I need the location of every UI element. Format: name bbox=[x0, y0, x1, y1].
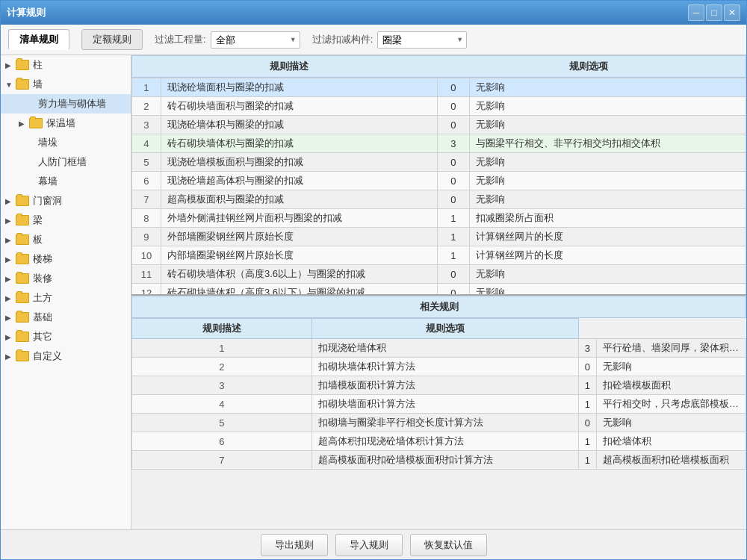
row-detail: 无影响 bbox=[470, 116, 746, 134]
rules-option-col-header: 规则选项 bbox=[439, 60, 739, 73]
export-button[interactable]: 导出规则 bbox=[261, 534, 328, 556]
folder-icon bbox=[16, 79, 29, 90]
sidebar-label: 柱 bbox=[33, 58, 126, 72]
rules-header: 规则描述 规则选项 bbox=[131, 55, 746, 78]
rules-table: 1 现浇砼墙面积与圈梁的扣减 0 无影响 2 砖石砌块墙面积与圈梁的扣减 0 无… bbox=[131, 78, 746, 294]
sidebar-item-zdy[interactable]: ▶ 自定义 bbox=[1, 346, 131, 366]
import-button[interactable]: 导入规则 bbox=[335, 534, 403, 556]
row-desc: 扣墙模板面积计算方法 bbox=[311, 376, 578, 395]
row-detail: 无影响 bbox=[470, 265, 746, 284]
arrow-icon: ▶ bbox=[5, 333, 14, 341]
row-option: 3 bbox=[578, 339, 596, 358]
row-option: 0 bbox=[437, 78, 469, 97]
row-detail: 平行相交时，只考虑底部模板与砖石砌块墙的扣减，侧… bbox=[596, 395, 746, 414]
row-detail: 无影响 bbox=[470, 172, 746, 190]
sidebar-item-mq[interactable]: 幕墙 bbox=[1, 172, 131, 191]
table-row[interactable]: 9 外部墙圈梁钢丝网片原始长度 1 计算钢丝网片的长度 bbox=[132, 228, 746, 246]
restore-button[interactable]: 恢复默认值 bbox=[410, 534, 487, 556]
row-num: 2 bbox=[132, 97, 161, 116]
sidebar-item-jc[interactable]: ▶ 基础 bbox=[1, 308, 131, 327]
sidebar-item-liang[interactable]: ▶ 梁 bbox=[1, 211, 131, 230]
tab-qingdan[interactable]: 清单规则 bbox=[8, 29, 69, 50]
table-row[interactable]: 7 超高模板面积与圈梁的扣减 0 无影响 bbox=[132, 190, 746, 209]
sidebar-label: 其它 bbox=[33, 330, 126, 343]
table-row[interactable]: 6 现浇砼墙超高体积与圈梁的扣减 0 无影响 bbox=[132, 172, 746, 190]
row-desc: 内部墙圈梁钢丝网片原始长度 bbox=[161, 246, 437, 265]
row-desc: 砖石砌块墙体积（高度3.6以下）与圈梁的扣减 bbox=[161, 284, 437, 295]
table-row[interactable]: 8 外墙外侧满挂钢丝网片面积与圈梁的扣减 1 扣减圈梁所占面积 bbox=[132, 209, 746, 228]
row-num: 6 bbox=[132, 432, 312, 451]
row-detail: 扣砼墙模板面积 bbox=[596, 376, 746, 395]
table-row[interactable]: 12 砖石砌块墙体积（高度3.6以下）与圈梁的扣减 0 无影响 bbox=[132, 284, 746, 295]
table-row[interactable]: 2 扣砌块墙体积计算方法 0 无影响 bbox=[132, 358, 746, 376]
sidebar-item-lt[interactable]: ▶ 楼梯 bbox=[1, 249, 131, 269]
sidebar-item-rfmkq[interactable]: 人防门框墙 bbox=[1, 152, 131, 172]
row-num: 5 bbox=[132, 414, 312, 432]
rules-desc-col-header: 规则描述 bbox=[140, 60, 439, 73]
arrow-icon: ▼ bbox=[5, 81, 14, 89]
row-desc: 超高模板面积与圈梁的扣减 bbox=[161, 190, 437, 209]
table-row[interactable]: 3 扣墙模板面积计算方法 1 扣砼墙模板面积 bbox=[132, 376, 746, 395]
sidebar-item-qiang[interactable]: ▼ 墙 bbox=[1, 75, 131, 94]
sidebar-item-jlq[interactable]: 剪力墙与砌体墙 bbox=[1, 94, 131, 113]
row-detail: 无影响 bbox=[470, 284, 746, 295]
row-option: 1 bbox=[578, 451, 596, 470]
sidebar-item-ban[interactable]: ▶ 板 bbox=[1, 230, 131, 249]
table-row[interactable]: 6 超高体积扣现浇砼墙体积计算方法 1 扣砼墙体积 bbox=[132, 432, 746, 451]
filter2-label: 过滤扣减构件: bbox=[312, 33, 374, 46]
row-option: 0 bbox=[437, 190, 469, 209]
row-desc: 现浇砼墙超高体积与圈梁的扣减 bbox=[161, 172, 437, 190]
row-detail: 无影响 bbox=[470, 78, 746, 97]
sidebar-item-zhu[interactable]: ▶ 柱 bbox=[1, 55, 131, 75]
folder-icon bbox=[16, 196, 29, 206]
filter2-select[interactable]: 圈梁 构造柱 过梁 柱 bbox=[377, 31, 467, 49]
row-desc: 扣砌块墙面积计算方法 bbox=[311, 395, 578, 414]
row-desc: 砖石砌块墙面积与圈梁的扣减 bbox=[161, 97, 437, 116]
table-row[interactable]: 2 砖石砌块墙面积与圈梁的扣减 0 无影响 bbox=[132, 97, 746, 116]
table-row[interactable]: 11 砖石砌块墙体积（高度3.6以上）与圈梁的扣减 0 无影响 bbox=[132, 265, 746, 284]
table-row[interactable]: 5 扣砌墙与圈梁非平行相交长度计算方法 0 无影响 bbox=[132, 414, 746, 432]
sidebar-item-tf[interactable]: ▶ 土方 bbox=[1, 288, 131, 308]
arrow-icon: ▶ bbox=[19, 119, 28, 128]
row-num: 4 bbox=[132, 395, 312, 414]
sidebar-label: 人防门框墙 bbox=[38, 155, 126, 169]
row-desc: 扣砌块墙体积计算方法 bbox=[311, 358, 578, 376]
table-row[interactable]: 10 内部墙圈梁钢丝网片原始长度 1 计算钢丝网片的长度 bbox=[132, 246, 746, 265]
row-option: 0 bbox=[578, 414, 596, 432]
minimize-button[interactable]: ─ bbox=[688, 4, 704, 21]
row-num: 7 bbox=[132, 190, 161, 209]
sidebar-item-zx[interactable]: ▶ 装修 bbox=[1, 269, 131, 288]
filter1-select-wrap: 全部 面积 体积 长度 bbox=[211, 31, 300, 49]
sidebar-item-bwq[interactable]: ▶ 保温墙 bbox=[1, 113, 131, 133]
table-row[interactable]: 4 扣砌块墙面积计算方法 1 平行相交时，只考虑底部模板与砖石砌块墙的扣减，侧… bbox=[132, 395, 746, 414]
arrow-icon: ▶ bbox=[5, 352, 14, 361]
bottom-bar: 导出规则 导入规则 恢复默认值 bbox=[1, 529, 746, 559]
sidebar-item-qc[interactable]: 墙垛 bbox=[1, 133, 131, 152]
row-num: 11 bbox=[132, 265, 161, 284]
sidebar-label: 土方 bbox=[33, 291, 126, 305]
table-row[interactable]: 5 现浇砼墙模板面积与圈梁的扣减 0 无影响 bbox=[132, 153, 746, 172]
row-option: 1 bbox=[578, 432, 596, 451]
row-desc: 砖石砌块墙体积与圈梁的扣减 bbox=[161, 134, 437, 153]
row-option: 0 bbox=[437, 97, 469, 116]
table-row[interactable]: 7 超高模板面积扣砼墙模板面积扣计算方法 1 超高模板面积扣砼墙模板面积 bbox=[132, 451, 746, 470]
row-detail: 扣砼墙体积 bbox=[596, 432, 746, 451]
folder-icon bbox=[16, 234, 29, 245]
table-row[interactable]: 1 扣现浇砼墙体积 3 平行砼墙、墙梁同厚，梁体积并入墙；不同厚，无影响… bbox=[132, 339, 746, 358]
row-desc: 砖石砌块墙体积（高度3.6以上）与圈梁的扣减 bbox=[161, 265, 437, 284]
sidebar-item-qt[interactable]: ▶ 其它 bbox=[1, 327, 131, 346]
sidebar-item-mcd[interactable]: ▶ 门窗洞 bbox=[1, 191, 131, 211]
row-num: 4 bbox=[132, 134, 161, 153]
table-row[interactable]: 1 现浇砼墙面积与圈梁的扣减 0 无影响 bbox=[132, 78, 746, 97]
filter1-select[interactable]: 全部 面积 体积 长度 bbox=[211, 31, 300, 49]
tab-dinge[interactable]: 定额规则 bbox=[81, 29, 143, 50]
maximize-button[interactable]: □ bbox=[706, 4, 722, 21]
row-num: 6 bbox=[132, 172, 161, 190]
main-window: 计算规则 ─ □ ✕ 清单规则 定额规则 过滤工程量: 全部 面积 体积 长度 … bbox=[0, 0, 747, 560]
sidebar-label: 楼梯 bbox=[33, 252, 126, 266]
table-row[interactable]: 3 现浇砼墙体积与圈梁的扣减 0 无影响 bbox=[132, 116, 746, 134]
table-row[interactable]: 4 砖石砌块墙体积与圈梁的扣减 3 与圈梁平行相交、非平行相交均扣相交体积 bbox=[132, 134, 746, 153]
row-option: 1 bbox=[578, 376, 596, 395]
row-num: 8 bbox=[132, 209, 161, 228]
close-button[interactable]: ✕ bbox=[724, 4, 740, 21]
